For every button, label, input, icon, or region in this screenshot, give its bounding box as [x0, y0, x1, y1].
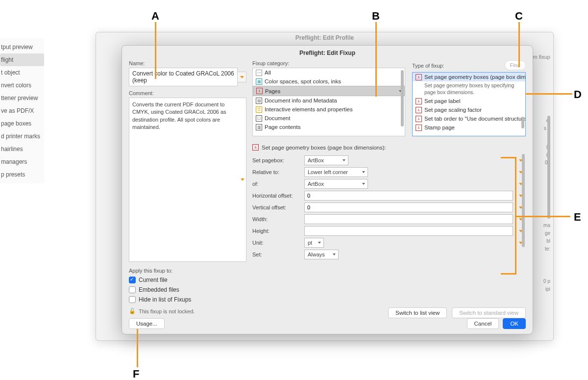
callout-f: F: [133, 368, 139, 380]
hide-in-list-checkbox[interactable]: Hide in list of Fixups: [129, 296, 246, 303]
fixup-category-label: Fixup category:: [252, 60, 405, 66]
comment-textarea[interactable]: Converts the current PDF document to CMY…: [129, 98, 246, 262]
sidebar-item[interactable]: nvert colors: [0, 79, 44, 92]
scrollbar[interactable]: [521, 117, 524, 128]
set-pagebox-select[interactable]: ArtBox: [304, 155, 348, 165]
parent-window-title: Preflight: Edit Profile: [96, 32, 553, 43]
sidebar-item[interactable]: tput preview: [0, 41, 44, 53]
type-text: Set page label: [424, 98, 461, 104]
category-text: Pages: [265, 88, 280, 94]
category-item[interactable]: ⋯All: [253, 68, 405, 77]
current-file-checkbox[interactable]: Current file: [129, 277, 246, 283]
type-text: Stamp page: [424, 125, 455, 130]
set-label: Set:: [252, 252, 301, 257]
sidebar-item[interactable]: ttener preview: [0, 92, 44, 104]
current-file-label: Current file: [139, 277, 168, 283]
type-text: Set page geometry boxes (page box dimen: [424, 74, 525, 80]
sidebar-item[interactable]: d printer marks: [0, 130, 44, 143]
checkbox-icon: [129, 286, 136, 293]
type-of-fixup-list[interactable]: λSet page geometry boxes (page box dimen…: [412, 72, 526, 136]
type-item[interactable]: λSet page scaling factor: [413, 105, 525, 114]
category-item[interactable]: ☲Interactive elements and properties: [253, 105, 405, 114]
relative-to-label: Relative to:: [252, 169, 301, 175]
type-item[interactable]: λSet tab order to "Use document structur…: [413, 114, 525, 123]
callout-c: C: [515, 10, 523, 23]
comment-text: Converts the current PDF document to CMY…: [132, 101, 226, 130]
category-item[interactable]: ☐Document: [253, 114, 405, 123]
type-item[interactable]: λStamp page: [413, 123, 525, 132]
h-offset-label: Horizontal offset:: [252, 193, 301, 199]
all-icon: ⋯: [256, 70, 262, 76]
parameter-area: λ Set page geometry boxes (page box dime…: [252, 144, 526, 304]
comment-dropdown-icon[interactable]: [238, 175, 247, 185]
callout-line: [375, 22, 377, 97]
category-text: Document: [265, 115, 290, 121]
type-item-selected[interactable]: λSet page geometry boxes (page box dimen: [413, 73, 525, 81]
ok-button[interactable]: OK: [503, 318, 526, 329]
callout-d: D: [574, 88, 582, 101]
category-item[interactable]: ▦Color spaces, spot colors, inks: [253, 77, 405, 86]
category-item[interactable]: ▤Document info and Metadata: [253, 96, 405, 105]
sidebar-item[interactable]: hairlines: [0, 143, 44, 155]
unit-label: Unit:: [252, 240, 301, 246]
pdf-icon: λ: [416, 116, 422, 122]
of-select[interactable]: ArtBox: [304, 179, 368, 189]
pdf-icon: λ: [256, 88, 263, 94]
h-offset-input[interactable]: [304, 191, 513, 201]
embedded-files-label: Embedded files: [139, 286, 179, 293]
name-input[interactable]: Convert color to Coated GRACoL 2006 (kee…: [129, 68, 238, 86]
name-dropdown-icon[interactable]: [238, 72, 246, 82]
relative-to-select[interactable]: Lower left corner: [304, 167, 368, 177]
category-text: Page contents: [265, 124, 301, 130]
scrollbar[interactable]: [522, 154, 525, 247]
cancel-button[interactable]: Cancel: [467, 318, 499, 329]
type-text: Set page scaling factor: [424, 107, 482, 113]
type-item[interactable]: λSet page label: [413, 97, 525, 105]
comment-label: Comment:: [129, 90, 246, 96]
sidebar-item[interactable]: p presets: [0, 168, 44, 181]
set-select[interactable]: Always: [304, 250, 339, 259]
scrollbar[interactable]: [401, 70, 404, 127]
find-input[interactable]: Find: [505, 60, 526, 70]
width-input[interactable]: [304, 214, 513, 224]
v-offset-input[interactable]: [304, 203, 513, 212]
width-label: Width:: [252, 216, 301, 222]
sidebar-item[interactable]: managers: [0, 155, 44, 168]
type-text: Set tab order to "Use document structure…: [424, 116, 525, 122]
page-contents-icon: ▥: [256, 124, 262, 130]
callout-line: [518, 22, 520, 67]
height-input[interactable]: [304, 226, 513, 236]
sidebar-item[interactable]: t object: [0, 66, 44, 79]
callout-line: [137, 329, 138, 367]
left-sidebar: tput preview flight t object nvert color…: [0, 38, 44, 183]
callout-a: A: [151, 10, 159, 23]
sidebar-item[interactable]: ve as PDF/X: [0, 104, 44, 117]
callout-e: E: [574, 211, 581, 224]
embedded-files-checkbox[interactable]: Embedded files: [129, 286, 246, 293]
sidebar-item[interactable]: page boxes: [0, 117, 44, 130]
pdf-icon: λ: [416, 74, 422, 80]
switch-list-view-button[interactable]: Switch to list view: [388, 307, 447, 318]
switch-standard-view-button: Switch to standard view: [452, 307, 526, 318]
category-item[interactable]: ▥Page contents: [253, 123, 405, 131]
apply-to-label: Apply this fixup to:: [129, 268, 246, 274]
lock-text: This fixup is not locked.: [139, 308, 195, 314]
callout-line: [155, 22, 156, 79]
scrollbar[interactable]: [547, 116, 550, 219]
sidebar-item-preflight[interactable]: flight: [0, 53, 44, 66]
type-tip: Set page geometry boxes by specifying pa…: [413, 81, 525, 97]
unit-select[interactable]: pt: [304, 238, 324, 248]
fixup-category-list[interactable]: ⋯All ▦Color spaces, spot colors, inks λP…: [252, 68, 405, 136]
usage-button[interactable]: Usage...: [129, 318, 165, 329]
category-text: Interactive elements and properties: [265, 106, 353, 112]
category-text: All: [265, 70, 271, 76]
v-offset-label: Vertical offset:: [252, 204, 301, 210]
checkbox-icon: [129, 277, 136, 283]
pdf-icon: λ: [416, 107, 422, 113]
category-item-pages[interactable]: λPages: [253, 86, 405, 96]
hide-in-list-label: Hide in list of Fixups: [139, 296, 191, 303]
callout-bracket: [501, 157, 516, 275]
lock-status: 🔓This fixup is not locked.: [129, 308, 246, 314]
height-label: Height:: [252, 228, 301, 234]
category-text: Document info and Metadata: [265, 98, 337, 103]
